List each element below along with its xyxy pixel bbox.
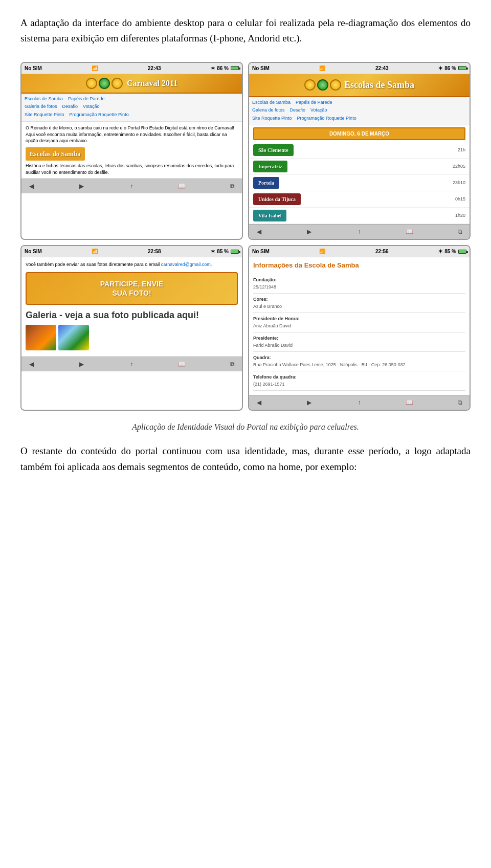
info-section-5: Quadra: Rua Pracinha Wallace Paes Leme, … (253, 352, 465, 371)
phone2-nosim: No SIM (252, 64, 270, 72)
circle-yellow-4 (330, 79, 341, 91)
info-label-4: Presidente: (253, 335, 465, 342)
phone1-browser-bar: ◀ ▶ ↑ 📖 ⧉ (21, 179, 242, 193)
escola-time-1: 21h (458, 147, 465, 154)
phone1-book-button[interactable]: 📖 (176, 182, 188, 191)
phone3-battery-text: 85 % (217, 248, 229, 255)
phone3-nosim: No SIM (25, 248, 42, 255)
phone2-nav-galeria[interactable]: Galeria de fotos (252, 107, 285, 114)
phone3-book-button[interactable]: 📖 (176, 360, 188, 369)
info-value-1: 25/12/1948 (253, 284, 465, 291)
caption: Aplicação de Identidade Visual do Portal… (20, 421, 471, 433)
escola-item-3: Portela 23h10 (249, 175, 470, 191)
phone1-nav-votacao[interactable]: Votação (83, 103, 100, 110)
escola-item-2: Imperatriz 22h05 (249, 159, 470, 175)
escola-time-4: 0h15 (455, 196, 465, 203)
phone2-nav-row2: Galeria de fotos Desafio Votação (252, 107, 466, 114)
phone3-tab-button[interactable]: ⧉ (227, 360, 238, 369)
phone2-nav-desafio[interactable]: Desafio (290, 107, 306, 114)
circle-yellow-1 (86, 78, 97, 89)
phone3-time: 22:58 (148, 248, 161, 255)
escola-name-imperatriz[interactable]: Imperatriz (253, 161, 287, 172)
phone2-share-button[interactable]: ↑ (354, 227, 365, 236)
phone3-battery-icon (231, 250, 239, 254)
phone1-escolas-desc: História e fichas técnicas das escolas, … (26, 163, 238, 175)
escola-name-sao-clemente[interactable]: São Clemente (253, 144, 294, 156)
phone1-status-bar: No SIM 📶 22:43 ✶ 86 % (21, 63, 242, 74)
phone3-forward-button[interactable]: ▶ (76, 360, 87, 369)
phone4-nosim: No SIM (252, 248, 270, 255)
info-label-1: Fundação: (253, 277, 465, 284)
phone1-nav-galeria[interactable]: Galeria de fotos (25, 103, 57, 110)
phone1-time: 22:43 (148, 64, 161, 72)
phone2-nav-row3: Site Roquette Pinto Programação Roquette… (252, 115, 466, 122)
participe-button[interactable]: PARTICIPE, ENVIE SUA FOTO! (26, 272, 238, 305)
photos-row (26, 325, 238, 350)
phone2-book-button[interactable]: 📖 (404, 227, 415, 236)
phones-grid: No SIM 📶 22:43 ✶ 86 % Carnaval 2011 Esco… (20, 62, 471, 411)
galeria-title: Galeria - veja a sua foto publicada aqui… (26, 309, 238, 322)
phone1-forward-button[interactable]: ▶ (76, 182, 87, 191)
phone1-nav-prog[interactable]: Programação Roquette Pinto (70, 112, 129, 119)
phone1-nav-row3: Site Roquette Pinto Programação Roquette… (25, 112, 239, 119)
phone1-nav: Escolas de Samba Papéis de Parede Galeri… (21, 94, 242, 122)
phone1-content-text: O Reinado é de Momo, o samba caiu na red… (26, 125, 238, 144)
phone3-email-link[interactable]: carnavalred@gmail.com (161, 262, 211, 267)
escola-name-vila-isabel[interactable]: Vila Isabel (253, 210, 286, 221)
phone2-nav-votacao[interactable]: Votação (310, 107, 327, 114)
phone2-battery-text: 86 % (444, 64, 456, 72)
phone4-wifi-icon: 📶 (319, 248, 325, 255)
phone2-back-button[interactable]: ◀ (253, 227, 264, 236)
phone-frame-1: No SIM 📶 22:43 ✶ 86 % Carnaval 2011 Esco… (20, 62, 243, 240)
circle-yellow-3 (304, 79, 316, 91)
phone1-tab-button[interactable]: ⧉ (227, 182, 238, 191)
phone4-time: 22:56 (375, 248, 389, 255)
phone1-back-button[interactable]: ◀ (26, 182, 37, 191)
phone4-tab-button[interactable]: ⧉ (454, 398, 465, 407)
phone1-nav-desafio[interactable]: Desafio (62, 103, 78, 110)
info-section-6: Telefone da quadra: (21) 2691-1571 (253, 371, 465, 391)
phone3-content: Você também pode enviar as suas fotos di… (21, 257, 242, 357)
phone1-nav-escolas[interactable]: Escolas de Samba (25, 96, 63, 103)
phone2-nav-prog[interactable]: Programação Roquette Pinto (297, 115, 356, 122)
escolas-list: São Clemente 21h Imperatriz 22h05 Portel… (249, 142, 470, 224)
participe-line2: SUA FOTO! (31, 288, 233, 298)
phone1-circles (86, 78, 123, 89)
phone4-book-button[interactable]: 📖 (404, 398, 415, 407)
phone2-nav-papeis[interactable]: Papéis de Parede (296, 99, 332, 106)
phone1-battery-text: 86 % (217, 64, 229, 72)
phone2-tab-button[interactable]: ⧉ (454, 227, 465, 236)
phone4-bluetooth-icon: ✶ (438, 248, 442, 255)
outro-paragraph: O restante do conteúdo do portal continu… (20, 443, 471, 475)
escola-name-unidos[interactable]: Unidos da Tijuca (253, 193, 301, 205)
phone3-share-button[interactable]: ↑ (126, 360, 138, 369)
phone2-forward-button[interactable]: ▶ (303, 227, 315, 236)
phone1-nav-site[interactable]: Site Roquette Pinto (25, 112, 64, 119)
phone2-nav-escolas[interactable]: Escolas de Samba (252, 99, 291, 106)
phone3-back-button[interactable]: ◀ (26, 360, 37, 369)
phone1-escolas-banner: Escolas do Samba (26, 147, 85, 161)
phone4-back-button[interactable]: ◀ (253, 398, 264, 407)
phone2-nav-site[interactable]: Site Roquette Pinto (252, 115, 292, 122)
phone1-header: Carnaval 2011 (21, 74, 242, 94)
phone3-text: Você também pode enviar as suas fotos di… (26, 261, 238, 268)
phone1-content: O Reinado é de Momo, o samba caiu na red… (21, 122, 242, 179)
info-label-5: Quadra: (253, 354, 465, 362)
phone4-forward-button[interactable]: ▶ (303, 398, 315, 407)
phone2-header-title: Escolas de Samba (344, 78, 414, 92)
domingo-header: DOMINGO, 6 DE MARÇO (253, 127, 465, 140)
phone1-bluetooth-icon: ✶ (211, 64, 215, 72)
phone2-bluetooth-icon: ✶ (438, 64, 442, 72)
phone1-share-button[interactable]: ↑ (126, 182, 138, 191)
phone4-battery-text: 85 % (444, 248, 456, 255)
phone3-browser-bar: ◀ ▶ ↑ 📖 ⧉ (21, 357, 242, 371)
info-section-3: Presidente de Honra: Aniz Abraão David (253, 313, 465, 332)
photo-thumb-1 (26, 325, 56, 350)
escola-time-3: 23h10 (453, 180, 465, 187)
escola-name-portela[interactable]: Portela (253, 177, 279, 189)
phone4-battery-icon (458, 250, 466, 254)
phone4-share-button[interactable]: ↑ (354, 398, 365, 407)
phone2-header: Escolas de Samba (249, 74, 470, 97)
phone3-status-bar: No SIM 📶 22:58 ✶ 85 % (21, 246, 242, 257)
phone1-nav-papeis[interactable]: Papéis de Parede (68, 96, 105, 103)
